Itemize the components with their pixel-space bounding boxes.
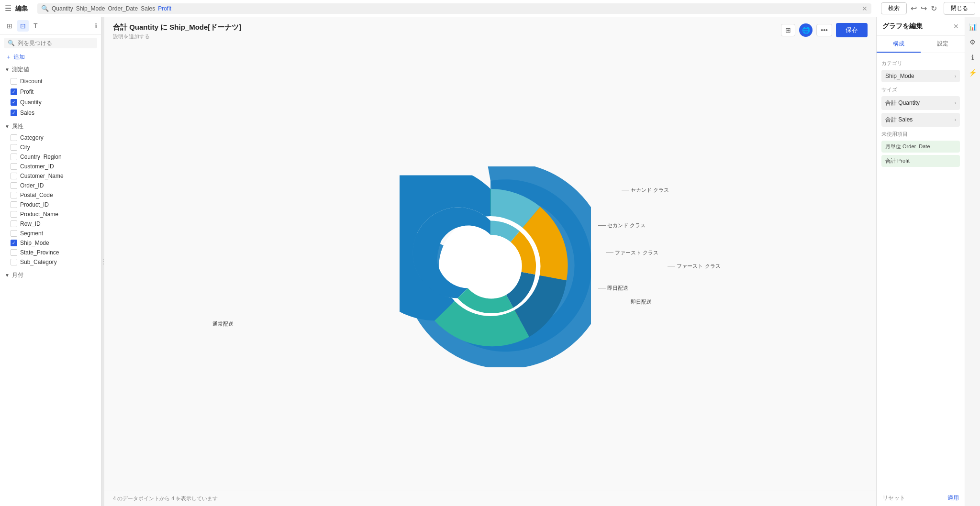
- sidebar-tab-text[interactable]: T: [31, 20, 41, 32]
- add-row[interactable]: ＋ 追加: [0, 51, 101, 63]
- segment-label: Segment: [20, 230, 43, 237]
- bar-chart-icon-button[interactable]: 📊: [967, 21, 979, 33]
- rowid-label: Row_ID: [20, 220, 41, 227]
- undo-button[interactable]: ↩: [911, 4, 917, 13]
- unused-section-label: 未使用項目: [881, 131, 960, 138]
- hamburger-icon[interactable]: ☰: [5, 4, 11, 13]
- date-label: 月付: [12, 271, 23, 279]
- postalcode-label: Postal_Code: [20, 192, 53, 198]
- info-icon-button[interactable]: ℹ: [969, 52, 976, 63]
- list-item[interactable]: Postal_Code: [0, 190, 101, 200]
- list-item[interactable]: ✓ Quantity: [0, 97, 101, 108]
- search-tag-shipmode[interactable]: Ship_Mode: [76, 5, 105, 12]
- chart-subtitle[interactable]: 説明を追加する: [113, 33, 241, 40]
- chart-label-second-class-top: セカンド クラス: [622, 187, 669, 194]
- search-tag-sales[interactable]: Sales: [141, 5, 155, 12]
- view-table-button[interactable]: ⊞: [781, 24, 795, 36]
- tab-compose[interactable]: 構成: [877, 36, 921, 53]
- reset-button[interactable]: リセット: [882, 494, 905, 502]
- settings-icon-button[interactable]: ⚙: [968, 36, 978, 48]
- size-field-1[interactable]: 合計 Quantity ›: [881, 96, 960, 110]
- more-options-button[interactable]: •••: [816, 24, 832, 36]
- list-item[interactable]: ✓ Ship_Mode: [0, 238, 101, 248]
- date-section-header[interactable]: ▼ 月付: [0, 269, 101, 282]
- category-field[interactable]: Ship_Mode ›: [881, 70, 960, 82]
- list-item[interactable]: Sub_Category: [0, 257, 101, 267]
- chart-label-second-class-mid: セカンド クラス: [598, 222, 646, 229]
- list-item[interactable]: Category: [0, 133, 101, 143]
- list-item[interactable]: Row_ID: [0, 219, 101, 229]
- right-panel-title: グラフを編集: [882, 22, 923, 31]
- chart-label-standard: 通常配送: [212, 320, 243, 328]
- search-tag-quantity[interactable]: Quantity: [52, 5, 73, 12]
- measures-chevron-icon: ▼: [5, 67, 10, 72]
- list-item[interactable]: Order_ID: [0, 181, 101, 190]
- sidebar-tab-grid[interactable]: ⊞: [4, 20, 15, 32]
- unused-item-2[interactable]: 合計 Profit: [881, 155, 960, 167]
- search-tag-orderdate[interactable]: Order_Date: [108, 5, 138, 12]
- attributes-label: 属性: [12, 122, 23, 131]
- chart-label-express-outer: 即日配送: [622, 298, 652, 306]
- close-main-button[interactable]: 閉じる: [944, 2, 975, 15]
- productid-label: Product_ID: [20, 201, 49, 208]
- size-field1-chevron-icon: ›: [955, 100, 956, 106]
- stateprovince-label: State_Province: [20, 249, 59, 256]
- country-label: Country_Region: [20, 154, 62, 160]
- category-label: Category: [20, 134, 44, 141]
- chart-label-first-class-inner: ファースト クラス: [606, 249, 658, 256]
- measures-section-header[interactable]: ▼ 測定値: [0, 63, 101, 76]
- list-item[interactable]: Product_Name: [0, 209, 101, 219]
- orderid-label: Order_ID: [20, 182, 44, 189]
- search-button[interactable]: 検索: [881, 2, 907, 14]
- list-item[interactable]: State_Province: [0, 248, 101, 257]
- list-item[interactable]: City: [0, 143, 101, 152]
- attributes-section-header[interactable]: ▼ 属性: [0, 120, 101, 133]
- list-item[interactable]: Country_Region: [0, 152, 101, 162]
- list-item[interactable]: Segment: [0, 229, 101, 238]
- size-field-2[interactable]: 合計 Sales ›: [881, 113, 960, 127]
- add-icon: ＋: [6, 53, 11, 61]
- productname-label: Product_Name: [20, 211, 58, 218]
- refresh-button[interactable]: ↻: [931, 4, 937, 13]
- customername-label: Customer_Name: [20, 173, 64, 179]
- right-panel-close-button[interactable]: ✕: [953, 22, 959, 30]
- view-globe-button[interactable]: 🌐: [799, 23, 813, 37]
- category-chevron-icon: ›: [955, 74, 956, 79]
- search-tag-profit[interactable]: Profit: [158, 5, 171, 12]
- quantity-label: Quantity: [20, 99, 42, 106]
- list-item[interactable]: Product_ID: [0, 200, 101, 209]
- search-icon: 🔍: [41, 5, 49, 12]
- chart-title: 合計 Quantity に Ship_Mode[ドーナツ]: [113, 23, 241, 32]
- unused-item-1[interactable]: 月単位 Order_Date: [881, 141, 960, 153]
- sidebar-tab-table[interactable]: ⊡: [17, 20, 29, 32]
- list-item[interactable]: Customer_Name: [0, 171, 101, 181]
- quantity-checkbox[interactable]: ✓: [11, 99, 17, 106]
- sidebar-info-button[interactable]: ℹ: [95, 22, 97, 30]
- list-item[interactable]: ✓ Sales: [0, 108, 101, 118]
- date-chevron-icon: ▼: [5, 273, 10, 278]
- list-item[interactable]: Discount: [0, 76, 101, 87]
- svg-point-3: [459, 235, 522, 297]
- list-item[interactable]: Customer_ID: [0, 162, 101, 171]
- lightning-icon-button[interactable]: ⚡: [967, 67, 979, 78]
- size-section-label: サイズ: [881, 86, 960, 93]
- save-button[interactable]: 保存: [836, 23, 868, 37]
- size-field2-chevron-icon: ›: [955, 117, 956, 122]
- customerid-label: Customer_ID: [20, 163, 54, 170]
- search-col-input[interactable]: [18, 40, 93, 46]
- discount-checkbox[interactable]: [11, 78, 17, 85]
- subcategory-label: Sub_Category: [20, 259, 57, 265]
- shipmode-label: Ship_Mode: [20, 240, 49, 246]
- category-section-label: カテゴリ: [881, 60, 960, 67]
- search-clear-icon[interactable]: ✕: [862, 5, 868, 12]
- add-label: 追加: [13, 53, 25, 61]
- profit-checkbox[interactable]: ✓: [11, 88, 17, 95]
- list-item[interactable]: ✓ Profit: [0, 87, 101, 97]
- apply-button[interactable]: 適用: [947, 494, 959, 502]
- redo-button[interactable]: ↪: [921, 4, 927, 13]
- tab-settings[interactable]: 設定: [921, 36, 965, 53]
- search-col-icon: 🔍: [8, 40, 15, 46]
- measures-label: 測定値: [12, 66, 29, 74]
- sales-checkbox[interactable]: ✓: [11, 110, 17, 116]
- city-label: City: [20, 144, 30, 151]
